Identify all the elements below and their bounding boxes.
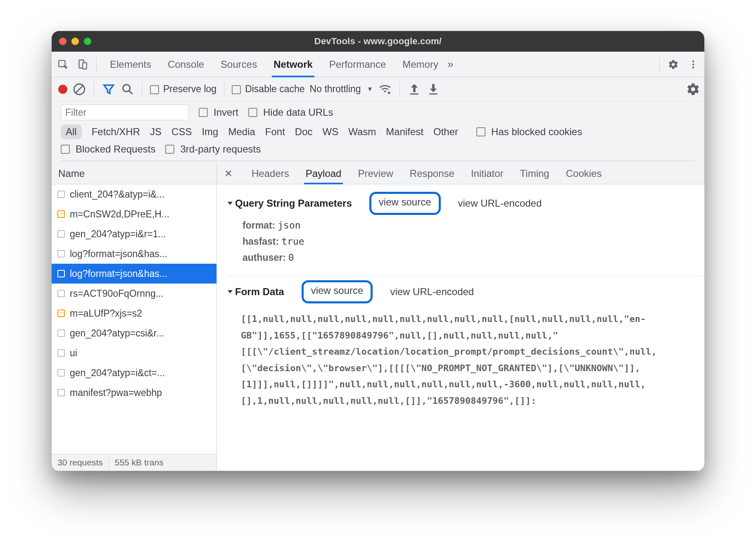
form-view-source-link[interactable]: view source (302, 280, 373, 303)
preserve-log-label: Preserve log (163, 83, 216, 94)
tab-memory[interactable]: Memory (402, 52, 438, 77)
tab-console[interactable]: Console (168, 52, 204, 77)
svg-point-8 (388, 91, 391, 94)
settings-icon[interactable] (665, 56, 682, 73)
document-file-icon (57, 389, 65, 396)
document-file-icon (57, 230, 65, 238)
svg-rect-10 (430, 93, 438, 94)
throttling-select[interactable]: No throttling ▼ (310, 83, 373, 95)
filter-input[interactable] (61, 105, 189, 120)
form-section-title: Form Data (235, 286, 284, 298)
main-toolbar: Elements Console Sources Network Perform… (52, 52, 704, 77)
filter-type-fetch[interactable]: Fetch/XHR (92, 126, 140, 138)
search-icon[interactable] (121, 82, 135, 96)
third-party-checkbox[interactable]: 3rd-party requests (165, 143, 261, 155)
network-settings-icon[interactable] (686, 82, 700, 96)
filter-type-other[interactable]: Other (433, 126, 458, 138)
filter-type-manifest[interactable]: Manifest (386, 126, 423, 138)
more-tabs-icon[interactable]: » (441, 58, 457, 71)
transfer-size: 555 kB trans (109, 458, 169, 467)
filter-type-ws[interactable]: WS (323, 126, 339, 138)
tab-elements[interactable]: Elements (110, 52, 151, 77)
import-har-icon[interactable] (407, 82, 421, 96)
request-row[interactable]: manifest?pwa=webhp (52, 383, 216, 403)
filter-type-css[interactable]: CSS (171, 126, 192, 138)
form-data-raw: [[1,null,null,null,null,null,null,null,n… (241, 311, 692, 409)
detail-tab-cookies[interactable]: Cookies (566, 163, 602, 184)
invert-checkbox[interactable]: Invert (199, 107, 238, 118)
detail-tab-preview[interactable]: Preview (358, 163, 393, 184)
document-file-icon (57, 290, 65, 297)
filter-type-media[interactable]: Media (228, 126, 255, 138)
content-area: Name client_204?&atyp=i&...m=CnSW2d,DPre… (52, 163, 704, 470)
kebab-menu-icon[interactable] (685, 56, 702, 73)
has-blocked-cookies-checkbox[interactable]: Has blocked cookies (476, 126, 582, 138)
filter-bar: Invert Hide data URLs All Fetch/XHR JS C… (52, 101, 704, 163)
triangle-down-icon (228, 290, 233, 293)
clear-icon[interactable] (72, 82, 86, 96)
device-toolbar-icon[interactable] (74, 56, 91, 73)
tab-performance[interactable]: Performance (329, 52, 386, 77)
detail-tab-timing[interactable]: Timing (520, 163, 549, 184)
filter-type-img[interactable]: Img (202, 126, 218, 138)
detail-tab-response[interactable]: Response (410, 163, 454, 184)
maximize-window-icon[interactable] (84, 38, 91, 45)
inspect-element-icon[interactable] (54, 56, 71, 73)
request-row[interactable]: log?format=json&has... (52, 244, 216, 264)
request-list-header[interactable]: Name (52, 163, 216, 184)
request-row[interactable]: gen_204?atyp=csi&r... (52, 323, 216, 343)
devtools-window: DevTools - www.google.com/ Elements Cons… (52, 31, 704, 471)
minimize-window-icon[interactable] (71, 38, 79, 45)
request-name: ui (70, 348, 77, 359)
third-party-label: 3rd-party requests (180, 143, 261, 155)
request-row[interactable]: m=aLUfP?xjs=s2 (52, 303, 216, 323)
filter-type-wasm[interactable]: Wasm (348, 126, 376, 138)
request-row[interactable]: client_204?&atyp=i&... (52, 184, 216, 204)
close-detail-icon[interactable]: ✕ (224, 168, 233, 179)
network-conditions-icon[interactable] (378, 82, 392, 96)
request-row[interactable]: gen_204?atyp=i&ct=... (52, 363, 216, 383)
hide-data-urls-checkbox[interactable]: Hide data URLs (248, 107, 333, 118)
document-file-icon (57, 270, 65, 277)
request-row[interactable]: ui (52, 343, 216, 363)
query-section-toggle[interactable]: Query String Parameters (228, 198, 352, 209)
request-name: m=CnSW2d,DPreE,H... (70, 209, 169, 220)
form-view-url-encoded-link[interactable]: view URL-encoded (390, 286, 474, 298)
document-file-icon (57, 329, 65, 337)
request-row[interactable]: m=CnSW2d,DPreE,H... (52, 204, 216, 224)
detail-tab-payload[interactable]: Payload (306, 163, 342, 184)
svg-point-5 (692, 67, 694, 68)
tab-network[interactable]: Network (273, 52, 313, 77)
request-row[interactable]: rs=ACT90oFqOrnng... (52, 284, 216, 303)
request-row[interactable]: gen_204?atyp=i&r=1... (52, 224, 216, 244)
form-section-toggle[interactable]: Form Data (228, 286, 284, 298)
query-view-url-encoded-link[interactable]: view URL-encoded (458, 198, 542, 209)
document-file-icon (57, 250, 65, 258)
window-title: DevTools - www.google.com/ (52, 36, 704, 47)
record-button[interactable] (58, 85, 67, 94)
filter-icon[interactable] (102, 82, 116, 96)
request-name: log?format=json&has... (70, 248, 167, 260)
preserve-log-checkbox[interactable]: Preserve log (150, 83, 216, 95)
form-data-section: Form Data view source view URL-encoded [… (228, 276, 704, 417)
svg-point-4 (692, 63, 694, 65)
document-file-icon (57, 191, 65, 198)
request-count: 30 requests (52, 458, 109, 467)
chevron-down-icon: ▼ (367, 86, 373, 93)
filter-type-js[interactable]: JS (150, 126, 162, 138)
query-view-source-link[interactable]: view source (369, 192, 441, 215)
close-window-icon[interactable] (59, 38, 67, 45)
script-file-icon (57, 210, 65, 218)
filter-type-font[interactable]: Font (265, 126, 285, 138)
disable-cache-checkbox[interactable]: Disable cache (232, 83, 304, 95)
detail-tab-headers[interactable]: Headers (252, 163, 289, 184)
export-har-icon[interactable] (426, 82, 440, 96)
svg-point-3 (692, 60, 694, 62)
hide-data-urls-label: Hide data URLs (263, 107, 333, 118)
tab-sources[interactable]: Sources (221, 52, 257, 77)
detail-tab-initiator[interactable]: Initiator (471, 163, 504, 184)
request-row[interactable]: log?format=json&has... (52, 264, 216, 284)
filter-type-doc[interactable]: Doc (295, 126, 313, 138)
filter-type-all[interactable]: All (61, 124, 82, 139)
blocked-requests-checkbox[interactable]: Blocked Requests (61, 143, 155, 155)
